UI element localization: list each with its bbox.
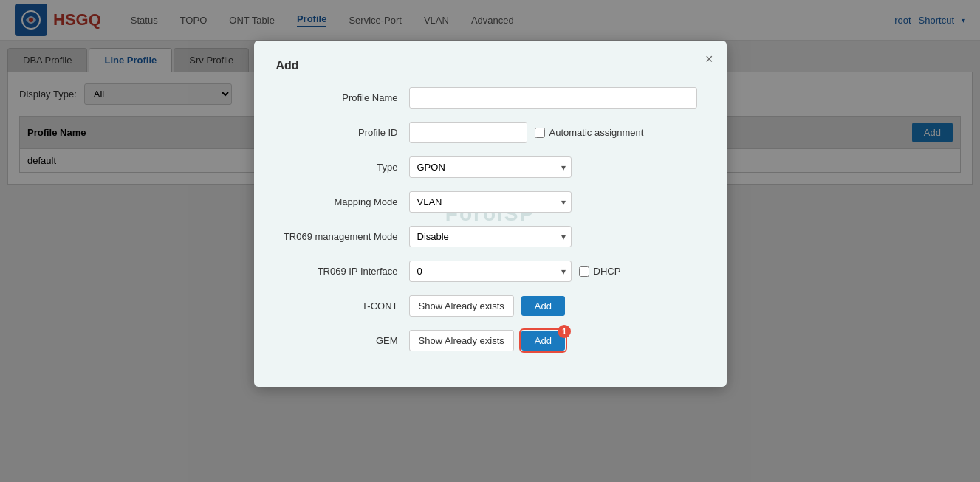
gem-label: GEM <box>276 335 409 346</box>
tr069-ip-select-wrapper: 0 <box>409 261 572 282</box>
automatic-assignment-text: Automatic assignment <box>549 127 644 138</box>
t-cont-label: T-CONT <box>276 300 409 311</box>
mapping-mode-select-wrapper: VLAN <box>409 191 572 213</box>
gem-add-badge: Add 1 <box>514 331 565 351</box>
modal-overlay: ForoISP Add × Profile Name Profile ID Au… <box>0 0 980 482</box>
t-cont-add-button[interactable]: Add <box>521 296 565 316</box>
t-cont-row: T-CONT Show Already exists Add <box>276 295 705 317</box>
dhcp-label: DHCP <box>579 266 621 277</box>
tr069-mode-select[interactable]: Disable <box>409 226 572 247</box>
tr069-mode-label: TR069 management Mode <box>276 231 409 242</box>
automatic-assignment-checkbox[interactable] <box>535 128 545 138</box>
tr069-ip-select[interactable]: 0 <box>409 261 572 282</box>
type-label: Type <box>276 162 409 173</box>
tr069-ip-label: TR069 IP Interface <box>276 266 409 277</box>
gem-badge-count: 1 <box>558 325 571 338</box>
profile-id-input[interactable] <box>409 122 527 143</box>
profile-name-label: Profile Name <box>276 92 409 103</box>
dhcp-text: DHCP <box>594 266 621 277</box>
profile-name-input[interactable] <box>409 87 697 109</box>
mapping-mode-select[interactable]: VLAN <box>409 191 572 213</box>
tr069-mode-select-wrapper: Disable <box>409 226 572 247</box>
modal-title: Add <box>276 59 705 72</box>
profile-id-label: Profile ID <box>276 127 409 138</box>
profile-id-row: Profile ID Automatic assignment <box>276 122 705 143</box>
dhcp-checkbox[interactable] <box>579 266 589 277</box>
tr069-mode-row: TR069 management Mode Disable <box>276 226 705 247</box>
gem-row: GEM Show Already exists Add 1 <box>276 330 705 351</box>
mapping-mode-row: Mapping Mode VLAN <box>276 191 705 213</box>
type-select[interactable]: GPON <box>409 156 572 178</box>
gem-show-already-button[interactable]: Show Already exists <box>409 330 514 351</box>
mapping-mode-label: Mapping Mode <box>276 196 409 207</box>
type-select-wrapper: GPON <box>409 156 572 178</box>
t-cont-show-already-button[interactable]: Show Already exists <box>409 295 514 317</box>
type-row: Type GPON <box>276 156 705 178</box>
automatic-assignment-label: Automatic assignment <box>535 127 644 138</box>
tr069-ip-row: TR069 IP Interface 0 DHCP <box>276 261 705 282</box>
profile-name-row: Profile Name <box>276 87 705 109</box>
add-modal: ForoISP Add × Profile Name Profile ID Au… <box>254 41 727 387</box>
modal-close-button[interactable]: × <box>705 52 713 67</box>
